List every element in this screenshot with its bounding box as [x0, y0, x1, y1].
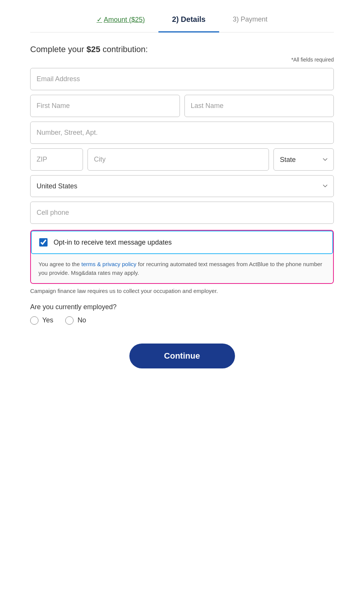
zip-field[interactable] — [30, 148, 83, 171]
required-note: *All fields required — [30, 57, 334, 63]
terms-link[interactable]: terms & privacy policy — [81, 261, 137, 267]
stepper: ✓Amount ($25) 2) Details 3) Payment — [30, 11, 334, 32]
country-select[interactable]: United States — [30, 175, 334, 197]
email-field[interactable] — [30, 68, 334, 90]
state-select[interactable]: State ALAKAZAR CACOCTDE FLGAHIID ILINIAK… — [273, 148, 334, 171]
step-2-details[interactable]: 2) Details — [158, 11, 219, 28]
optin-label: Opt-in to receive text message updates — [54, 239, 172, 247]
optin-checkbox[interactable] — [39, 238, 48, 247]
no-radio[interactable] — [65, 316, 74, 325]
page-title: Complete your $25 contribution: — [30, 45, 334, 54]
name-row — [30, 95, 334, 117]
campaign-note: Campaign finance law requires us to coll… — [30, 287, 334, 296]
step-3-payment[interactable]: 3) Payment — [219, 12, 281, 27]
last-name-field[interactable] — [184, 95, 334, 117]
city-field[interactable] — [88, 148, 269, 171]
no-radio-label[interactable]: No — [65, 316, 86, 325]
continue-button[interactable]: Continue — [129, 344, 235, 368]
zip-city-state-row: State ALAKAZAR CACOCTDE FLGAHIID ILINIAK… — [30, 148, 334, 171]
optin-wrapper: Opt-in to receive text message updates Y… — [30, 230, 334, 284]
address-field[interactable] — [30, 122, 334, 144]
checkmark-icon: ✓ — [97, 16, 102, 23]
page-container: ✓Amount ($25) 2) Details 3) Payment Comp… — [0, 0, 364, 604]
step-1-amount[interactable]: ✓Amount ($25) — [83, 12, 158, 28]
employment-radio-group: Yes No — [30, 316, 334, 325]
first-name-field[interactable] — [30, 95, 180, 117]
optin-disclosure: You agree to the terms & privacy policy … — [31, 254, 333, 283]
employment-question: Are you currently employed? — [30, 303, 334, 311]
yes-radio-label[interactable]: Yes — [30, 316, 53, 325]
cell-phone-field[interactable] — [30, 202, 334, 224]
yes-radio[interactable] — [30, 316, 38, 325]
form-container: State ALAKAZAR CACOCTDE FLGAHIID ILINIAK… — [30, 68, 334, 284]
optin-checkbox-row[interactable]: Opt-in to receive text message updates — [31, 231, 333, 254]
